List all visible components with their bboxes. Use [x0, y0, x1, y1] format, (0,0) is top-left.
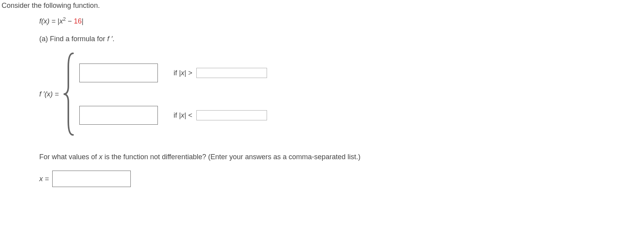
- function-definition: f(x) = |x2 − 16|: [39, 16, 642, 25]
- left-brace-icon: [62, 51, 76, 137]
- equals-sign: =: [49, 17, 58, 25]
- minus-sign: −: [66, 17, 74, 25]
- question-intro: Consider the following function.: [2, 2, 642, 10]
- x-equals-label: x =: [39, 175, 49, 183]
- case1-x: x: [181, 69, 185, 77]
- part-a-label: (a) Find a formula for f ′.: [39, 35, 642, 43]
- case1-condition: if |x| >: [174, 69, 192, 77]
- part-b-text2: is the function not differentiable? (Ent…: [102, 153, 360, 161]
- fprime-symbol: f ′: [107, 35, 112, 43]
- case2-value-input[interactable]: [79, 106, 158, 125]
- piecewise-function: f ′(x) = if |x| > if |x| <: [39, 51, 642, 137]
- case1-value-input[interactable]: [79, 64, 158, 82]
- constant-value: 16: [74, 17, 82, 25]
- part-b-question: For what values of x is the function not…: [39, 153, 642, 161]
- part-a-period: .: [112, 35, 114, 43]
- x-equals-row: x =: [39, 171, 642, 187]
- case-row-2: if |x| <: [79, 106, 267, 125]
- piecewise-cases: if |x| > if |x| <: [79, 64, 267, 125]
- case-row-1: if |x| >: [79, 64, 267, 82]
- fprime-lhs: f ′(x) =: [39, 90, 59, 98]
- part-a-text: Find a formula for: [48, 35, 107, 43]
- x-equals-input[interactable]: [52, 171, 131, 187]
- case2-if: if |: [174, 111, 181, 119]
- part-b-x: x: [99, 153, 102, 161]
- case1-if: if |: [174, 69, 181, 77]
- function-lhs: f(x): [39, 17, 49, 25]
- part-b-text1: For what values of: [39, 153, 99, 161]
- case2-op: | <: [185, 111, 192, 119]
- case1-op: | >: [185, 69, 192, 77]
- abs-close: |: [82, 17, 84, 25]
- case2-x: x: [181, 111, 185, 119]
- case1-cond-input[interactable]: [196, 68, 267, 78]
- case2-cond-input[interactable]: [196, 110, 267, 120]
- case2-condition: if |x| <: [174, 111, 192, 120]
- function-var: x: [59, 17, 63, 25]
- part-a-marker: (a): [39, 35, 48, 43]
